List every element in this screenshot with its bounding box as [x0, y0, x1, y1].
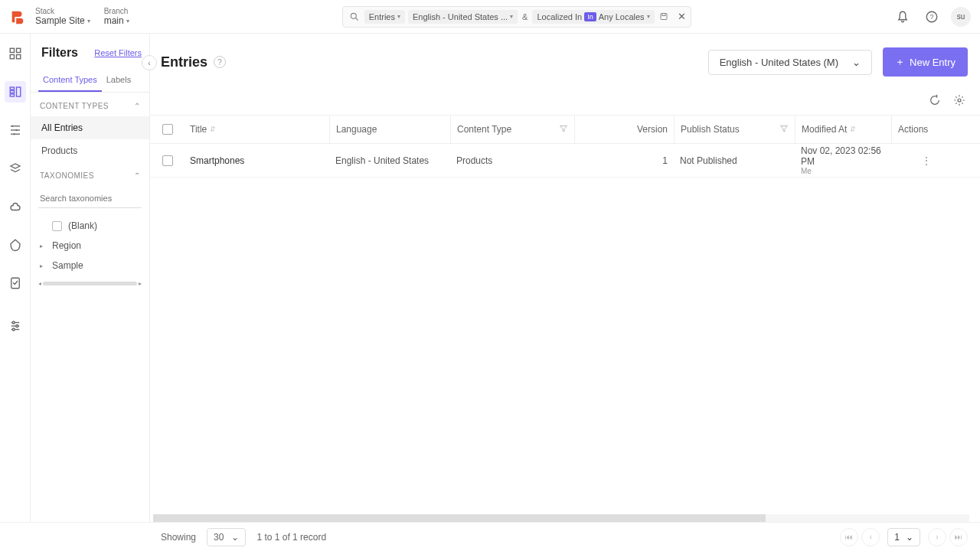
user-avatar[interactable]: su [951, 7, 971, 27]
svg-point-27 [958, 99, 961, 102]
col-actions: Actions [891, 116, 937, 143]
svg-point-18 [15, 129, 17, 131]
cell-publish-status: Not Published [674, 155, 795, 166]
svg-rect-7 [16, 48, 20, 52]
svg-rect-9 [16, 55, 20, 59]
settings-gear-icon[interactable] [951, 92, 968, 109]
chevron-down-icon: ▾ [126, 18, 129, 24]
col-version[interactable]: Version [574, 116, 674, 143]
chevron-down-icon: ⌄ [906, 532, 913, 543]
stack-label: Stack [35, 7, 90, 15]
taxonomy-search[interactable] [38, 189, 142, 208]
first-page-icon[interactable]: ⏮ [840, 528, 858, 546]
search-language-pill[interactable]: English - United States ...▾ [408, 10, 518, 24]
col-content-type[interactable]: Content Type [450, 116, 574, 143]
table-horizontal-scrollbar[interactable] [153, 514, 969, 522]
filters-panel: Filters Reset Filters Content Types Labe… [31, 34, 150, 522]
new-entry-button[interactable]: ＋ New Entry [883, 47, 968, 77]
nav-assets-icon[interactable] [5, 119, 26, 141]
nav-releases-icon[interactable] [5, 234, 26, 256]
checkbox-icon[interactable] [52, 221, 62, 231]
col-language[interactable]: Language [329, 116, 450, 143]
svg-line-1 [355, 18, 358, 20]
filter-icon[interactable] [779, 124, 789, 135]
filters-title: Filters [41, 46, 78, 60]
tab-labels[interactable]: Labels [102, 70, 136, 92]
svg-text:?: ? [929, 13, 933, 21]
svg-rect-8 [10, 55, 14, 59]
svg-rect-12 [10, 94, 14, 96]
branch-label: Branch [104, 7, 129, 15]
save-search-icon[interactable] [656, 9, 671, 24]
notifications-icon[interactable] [893, 7, 913, 27]
cell-modified-at: Nov 02, 2023 02:56 PM Me [795, 145, 891, 175]
caret-right-icon[interactable]: ▸ [40, 243, 46, 249]
chevron-up-icon: ⌃ [134, 171, 141, 180]
col-modified-at[interactable]: Modified At⇵ [795, 116, 891, 143]
last-page-icon[interactable]: ⏭ [949, 528, 968, 546]
sort-icon: ⇵ [210, 126, 216, 133]
search-icon [349, 11, 360, 22]
taxonomy-item-region[interactable]: ▸ Region [31, 236, 149, 256]
search-bar[interactable]: Entries▾ English - United States ...▾ & … [342, 6, 691, 28]
svg-rect-13 [16, 87, 20, 96]
next-page-icon[interactable]: › [928, 528, 946, 546]
row-checkbox[interactable] [162, 155, 173, 166]
cell-title[interactable]: Smartphones [184, 155, 329, 166]
content-types-section-header[interactable]: CONTENT TYPES ⌃ [31, 93, 149, 116]
col-title[interactable]: Title⇵ [184, 116, 329, 143]
filter-icon[interactable] [559, 124, 568, 135]
cell-language: English - United States [329, 155, 450, 166]
svg-point-0 [351, 13, 356, 18]
svg-point-19 [13, 133, 15, 135]
search-localized-pill[interactable]: Localized In In Any Locales ▾ [532, 10, 654, 24]
row-actions-icon[interactable]: ⋮ [891, 155, 937, 166]
help-tooltip-icon[interactable]: ? [214, 56, 226, 68]
language-selector[interactable]: English - United States (M) ⌄ [708, 50, 872, 75]
select-all-checkbox[interactable] [162, 124, 173, 135]
svg-point-17 [11, 126, 13, 127]
chevron-down-icon: ⌄ [231, 532, 239, 543]
nav-entries-icon[interactable] [5, 81, 26, 103]
clear-search-icon[interactable]: ✕ [676, 9, 688, 24]
taxonomy-item-sample[interactable]: ▸ Sample [31, 256, 149, 276]
ct-item-products[interactable]: Products [31, 139, 149, 162]
prev-page-icon[interactable]: ‹ [861, 528, 880, 546]
scroll-left-icon[interactable]: ◂ [38, 280, 41, 287]
svg-point-24 [12, 321, 15, 324]
collapse-filters-icon[interactable]: ‹ [142, 55, 157, 70]
page-number-selector[interactable]: 1⌄ [887, 528, 920, 546]
cell-content-type: Products [450, 155, 574, 166]
nav-content-models-icon[interactable] [5, 158, 26, 179]
scroll-right-icon[interactable]: ▸ [139, 280, 142, 287]
record-summary: 1 to 1 of 1 record [256, 532, 326, 543]
nav-dashboard-icon[interactable] [5, 43, 26, 64]
help-icon[interactable]: ? [922, 7, 942, 27]
svg-rect-2 [661, 14, 667, 20]
page-title: Entries [161, 54, 207, 70]
ct-item-all-entries[interactable]: All Entries [31, 116, 149, 139]
page-size-selector[interactable]: 30 ⌄ [207, 528, 246, 546]
logo-icon [9, 8, 26, 25]
stack-selector[interactable]: Stack Sample Site▾ [35, 7, 90, 26]
filters-horizontal-scrollbar[interactable]: ◂ ▸ [38, 280, 142, 286]
taxonomy-item-blank[interactable]: (Blank) [31, 216, 149, 236]
taxonomy-search-input[interactable] [38, 189, 142, 208]
taxonomies-section-header[interactable]: TAXONOMIES ⌃ [31, 162, 149, 186]
nav-settings-icon[interactable] [5, 315, 26, 337]
branch-selector[interactable]: Branch main▾ [104, 7, 129, 26]
content-area: Entries ? English - United States (M) ⌄ … [150, 34, 980, 522]
chevron-up-icon: ⌃ [134, 102, 141, 110]
reset-filters-link[interactable]: Reset Filters [94, 48, 142, 57]
branch-value: main [104, 15, 124, 26]
refresh-icon[interactable] [926, 92, 943, 109]
topbar: Stack Sample Site▾ Branch main▾ Entries▾… [0, 0, 980, 34]
col-publish-status[interactable]: Publish Status [674, 116, 795, 143]
caret-right-icon[interactable]: ▸ [40, 262, 46, 269]
search-scope-pill[interactable]: Entries▾ [364, 10, 405, 24]
showing-label: Showing [161, 532, 196, 543]
nav-tasks-icon[interactable] [5, 272, 26, 294]
tab-content-types[interactable]: Content Types [38, 70, 102, 92]
table-row[interactable]: Smartphones English - United States Prod… [150, 144, 980, 178]
nav-publish-icon[interactable] [5, 196, 26, 217]
